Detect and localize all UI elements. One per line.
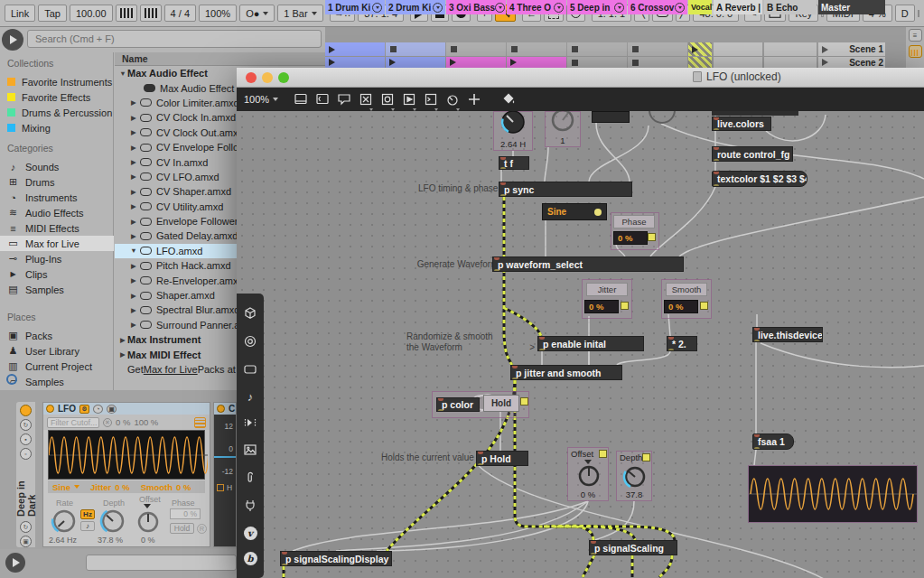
window-title-bar[interactable]: LFO (unlocked): [237, 68, 924, 88]
patcher-canvas[interactable]: 2.64 H 1 t f LFO timing & phase > p sync…: [237, 111, 924, 578]
fold-arrow-icon[interactable]: ▶: [129, 232, 138, 240]
hot-swap-button[interactable]: ◔: [93, 405, 103, 414]
fold-arrow-icon[interactable]: ▶: [129, 292, 138, 300]
scene-2[interactable]: Scene 2: [818, 57, 885, 68]
fold-arrow-icon[interactable]: ▶: [129, 218, 138, 226]
clip-slot[interactable]: [628, 42, 687, 56]
button-icon[interactable]: [379, 91, 396, 107]
scene-1[interactable]: Scene 1: [818, 42, 885, 56]
set-button[interactable]: [700, 302, 708, 310]
phase-value[interactable]: 0 %: [183, 509, 197, 518]
scene-play-icon[interactable]: [822, 46, 828, 53]
fold-arrow-icon[interactable]: ▶: [129, 158, 138, 166]
track-fold-icon[interactable]: [372, 3, 382, 13]
status-field[interactable]: [86, 555, 237, 571]
sidebar-item-drums-percussion[interactable]: Drums & Percussion: [5, 105, 113, 120]
jitter-value[interactable]: 0 %: [115, 482, 129, 492]
clip-slot[interactable]: [688, 57, 712, 68]
clip-slot[interactable]: [507, 57, 566, 68]
device-title-bar[interactable]: LFO ⚙ ◔ ▣: [43, 403, 210, 415]
live-colors-object[interactable]: live.colors: [712, 117, 771, 131]
device-icon[interactable]: [243, 362, 257, 378]
clip-slot[interactable]: [567, 57, 627, 68]
clip-stop-icon[interactable]: [632, 46, 639, 52]
sidebar-item-plug-ins[interactable]: ⊸Plug-Ins: [5, 251, 113, 266]
offset-value[interactable]: 0 %: [141, 536, 155, 545]
plug-icon[interactable]: [243, 499, 257, 515]
clip-slot[interactable]: [446, 42, 506, 56]
p-hold-object[interactable]: p Hold: [476, 451, 528, 466]
jitter-number-box[interactable]: 0 %: [584, 300, 619, 313]
amount-dial-object[interactable]: 1: [545, 111, 581, 147]
scene-play-icon[interactable]: [822, 59, 828, 66]
fold-arrow-icon[interactable]: ▶: [129, 202, 138, 210]
sidebar-item-sounds[interactable]: ♪Sounds: [5, 159, 113, 174]
clip-slot[interactable]: [764, 57, 817, 68]
clip-slot[interactable]: [714, 57, 762, 68]
playbar-icon[interactable]: [401, 91, 417, 107]
clip-stop-icon[interactable]: [572, 60, 578, 66]
sidebar-item-current-project[interactable]: ▥Current Project: [5, 359, 113, 374]
sidebar-item-max-for-live[interactable]: ▭Max for Live: [0, 236, 114, 251]
clip-slot[interactable]: [714, 42, 762, 56]
comment-waveform[interactable]: Generate Waveform >: [406, 259, 506, 270]
offset-dial-object[interactable]: Offset 0 %: [567, 447, 609, 501]
zoom-level-menu[interactable]: 100%: [244, 94, 278, 105]
time-signature-field[interactable]: 4 / 4: [164, 5, 196, 22]
fold-arrow-icon[interactable]: ▼: [118, 70, 127, 78]
clipped-dial-object[interactable]: [592, 111, 630, 123]
search-input[interactable]: [27, 30, 322, 48]
set-button[interactable]: [520, 397, 528, 406]
smooth-value[interactable]: 0 %: [176, 482, 191, 492]
clip-slot[interactable]: [688, 42, 712, 56]
sidebar-item-drums[interactable]: ⊞Drums: [5, 174, 113, 190]
checkbox-icon[interactable]: [217, 484, 224, 491]
sidebar-item-samples-place[interactable]: ▱Samples: [5, 374, 113, 389]
save-icon[interactable]: ▣: [20, 536, 32, 547]
p-color-object[interactable]: p color: [436, 397, 480, 412]
rate-value[interactable]: 2.64 Hz: [49, 536, 77, 545]
hold-toggle[interactable]: H: [217, 483, 232, 492]
textcolor-message[interactable]: textcolor $1 $2 $3 $4: [712, 171, 807, 187]
return-track-a[interactable]: A Reverb | C: [714, 0, 762, 14]
clip-stop-icon[interactable]: [632, 60, 639, 66]
mixer-view-icon[interactable]: |||: [909, 45, 922, 58]
sequence-icon[interactable]: [243, 415, 257, 432]
clip-slot[interactable]: [386, 57, 445, 68]
refresh-icon[interactable]: ↻: [20, 521, 32, 533]
fold-arrow-icon[interactable]: ▶: [129, 276, 138, 284]
minimize-icon[interactable]: [262, 72, 273, 83]
clip-stop-icon[interactable]: [511, 46, 518, 52]
fsaa-message[interactable]: fsaa 1: [752, 434, 794, 450]
fold-arrow-icon[interactable]: ▶: [129, 172, 138, 181]
p-signalscalingdisplay-object[interactable]: p signalScalingDisplay: [280, 551, 392, 566]
sidebar-item-instruments[interactable]: ◔Instruments: [5, 190, 113, 205]
track-header-6[interactable]: 6 Crossov: [628, 0, 687, 14]
clip-slot[interactable]: [325, 42, 385, 56]
set-button[interactable]: [621, 302, 629, 310]
nudge-up-button[interactable]: [140, 5, 162, 22]
comment-randomize[interactable]: Randomize & smooth the Waveform>: [406, 331, 535, 353]
track-header-4[interactable]: 4 Three O: [507, 0, 566, 14]
chevron-down-icon[interactable]: [74, 485, 79, 489]
sidebar-item-favorite-effects[interactable]: Favorite Effects: [5, 89, 113, 105]
fold-arrow-icon[interactable]: ▶: [129, 98, 138, 107]
depth-value[interactable]: 37.8 %: [98, 536, 123, 545]
format-palette-icon[interactable]: [500, 91, 517, 107]
clip-slot[interactable]: [567, 42, 627, 56]
sidebar-item-favorite-instruments[interactable]: Favorite Instruments: [5, 74, 113, 89]
preview-button[interactable]: [5, 553, 25, 573]
phase-number-box[interactable]: 0 %: [613, 231, 648, 245]
depth-knob[interactable]: [99, 508, 126, 535]
attachment-icon[interactable]: [243, 471, 257, 487]
clip-stop-icon[interactable]: [390, 46, 397, 52]
dial-value[interactable]: 2.64 H: [494, 139, 532, 149]
sidebar-item-clips[interactable]: ▶Clips: [5, 266, 113, 282]
sync-mode-button[interactable]: ♪: [80, 521, 95, 531]
audio-target-icon[interactable]: [243, 334, 257, 350]
track-fold-icon[interactable]: [675, 3, 685, 13]
p-signalscaling-object[interactable]: p signalScaling: [589, 540, 677, 555]
clip-slot[interactable]: [386, 42, 445, 56]
fold-arrow-icon[interactable]: ▶: [129, 144, 138, 152]
device-activator[interactable]: [20, 405, 32, 416]
